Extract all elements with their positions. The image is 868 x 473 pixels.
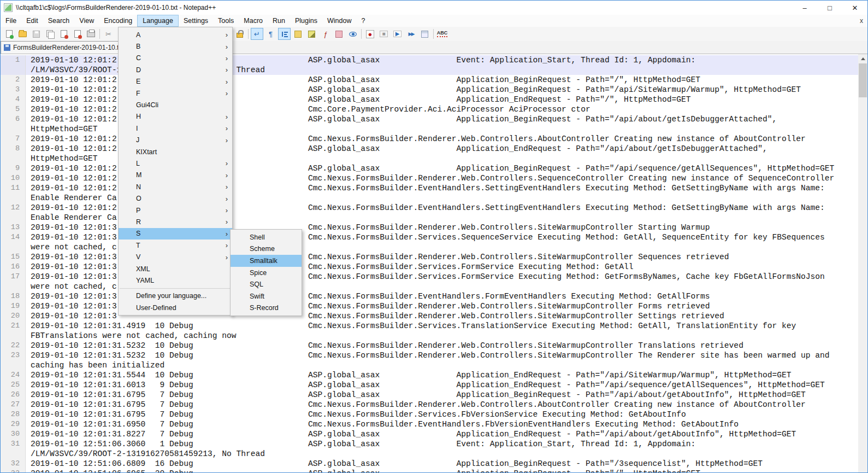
user-defined-dialog-button[interactable]: [292, 28, 304, 40]
log-text-segment: caching has been initialized: [31, 360, 164, 370]
language-menu-item-yaml[interactable]: YAML: [119, 275, 232, 286]
language-menu-item-s[interactable]: S›: [119, 228, 232, 240]
language-menu-item-f[interactable]: F›: [119, 87, 232, 99]
language-menu-item-v[interactable]: V›: [119, 251, 232, 262]
log-text-segment: 2019-01-10 12:01:3: [31, 223, 117, 232]
macro-playback-button[interactable]: ▶: [391, 28, 404, 40]
save-all-button[interactable]: [44, 28, 56, 40]
save-button[interactable]: [30, 28, 43, 40]
language-menu-item-p[interactable]: P›: [119, 205, 232, 216]
language-menu-item-m[interactable]: M›: [119, 170, 232, 181]
menu-item-label: A: [136, 31, 140, 39]
log-text-segment: 2019-01-10 12:01:31.6795 7 Debug: [31, 400, 193, 410]
menu-encoding[interactable]: Encoding: [99, 15, 137, 27]
language-menu-item-a[interactable]: A›: [119, 29, 232, 40]
submenu-item-scheme[interactable]: Scheme: [231, 243, 302, 255]
menu-item-label: Gui4Cli: [136, 101, 158, 109]
language-menu-item-b[interactable]: B›: [119, 40, 232, 52]
function-list-button[interactable]: ƒ: [319, 28, 332, 40]
menu-window[interactable]: Window: [322, 15, 356, 27]
language-menu-item-r[interactable]: R›: [119, 216, 232, 227]
folder-workspace-icon: [335, 31, 343, 38]
submenu-item-spice[interactable]: Spice: [231, 267, 302, 279]
menu-plugins[interactable]: Plugins: [290, 15, 322, 27]
language-menu-item-h[interactable]: H›: [119, 111, 232, 122]
folder-as-workspace-button[interactable]: [333, 28, 345, 40]
scroll-up-arrow-icon[interactable]: [858, 54, 867, 63]
close-all-button[interactable]: [71, 28, 84, 40]
language-menu-item-c[interactable]: C›: [119, 52, 232, 64]
new-file-button[interactable]: [3, 28, 15, 40]
menu-item-label: T: [136, 242, 140, 249]
line-number: 32: [1, 459, 26, 469]
line-number: 26: [1, 390, 26, 400]
language-menu-item-user-defined[interactable]: User-Defined: [119, 302, 232, 313]
menu-item-label: User-Defined: [136, 304, 176, 312]
menu-run[interactable]: Run: [268, 15, 290, 27]
menu-settings[interactable]: Settings: [179, 15, 213, 27]
macro-run-multiple-button[interactable]: ▶▶: [405, 28, 417, 40]
menu-item-label: F: [136, 90, 140, 97]
log-text-segment: ASP.global_asax: [308, 163, 380, 173]
log-text-segment: were not cached, c: [31, 282, 117, 291]
menu-item-label: P: [136, 207, 140, 214]
macro-record-button[interactable]: ●: [364, 28, 376, 40]
macro-stop-button[interactable]: ■: [377, 28, 390, 40]
log-text-segment: 2019-01-10 12:01:3: [31, 291, 117, 301]
log-text-segment: Cmc.Nexus.FormsBuilder.Renderer.Web.Cont…: [308, 301, 710, 311]
close-document-icon[interactable]: x: [855, 15, 867, 27]
language-menu-item-define-your-language-[interactable]: Define your language...: [119, 290, 232, 302]
menu-help[interactable]: ?: [356, 15, 370, 27]
word-wrap-button[interactable]: ↵: [251, 28, 263, 40]
language-menu-item-e[interactable]: E›: [119, 76, 232, 87]
open-file-button[interactable]: [16, 28, 29, 40]
show-all-characters-button[interactable]: ¶: [264, 28, 277, 40]
open-folder-icon: [19, 31, 27, 37]
submenu-item-s-record[interactable]: S-Record: [231, 302, 302, 314]
spell-check-button[interactable]: ABC: [436, 28, 448, 40]
language-menu-item-i[interactable]: I›: [119, 122, 232, 134]
line-number: 11: [1, 183, 26, 193]
menu-edit[interactable]: Edit: [21, 15, 43, 27]
submenu-item-smalltalk[interactable]: Smalltalk: [231, 255, 302, 267]
menu-item-label: J: [136, 136, 139, 144]
print-button[interactable]: [85, 28, 97, 40]
language-menu-item-xml[interactable]: XML: [119, 263, 232, 275]
close-file-button[interactable]: [57, 28, 70, 40]
document-map-button[interactable]: [305, 28, 318, 40]
show-indent-guide-button[interactable]: [278, 28, 291, 40]
close-button[interactable]: ✕: [842, 1, 867, 15]
menu-view[interactable]: View: [74, 15, 99, 27]
language-menu-item-j[interactable]: J›: [119, 135, 232, 146]
maximize-button[interactable]: □: [817, 1, 842, 15]
log-text-segment: Cmc.Nexus.FormsBuilder.EventHandlers.For…: [308, 291, 710, 301]
menu-macro[interactable]: Macro: [239, 15, 268, 27]
language-menu-item-n[interactable]: N›: [119, 181, 232, 192]
vertical-scrollbar[interactable]: [858, 54, 867, 472]
log-text-segment: Application_EndRequest - Path="/api/sequ…: [456, 380, 824, 390]
menu-file[interactable]: File: [1, 15, 21, 27]
language-menu-item-o[interactable]: O›: [119, 192, 232, 204]
log-text-segment: Application_BeginRequest - Path="/", Htt…: [456, 469, 700, 472]
language-menu-item-l[interactable]: L›: [119, 157, 232, 169]
menu-tools[interactable]: Tools: [213, 15, 239, 27]
submenu-item-swift[interactable]: Swift: [231, 290, 302, 302]
submenu-item-shell[interactable]: Shell: [231, 231, 302, 243]
tab-formsbuilderrenderer[interactable]: FormsBuilderRenderer-2019-01-10.txt ✕: [1, 41, 138, 54]
scrollbar-thumb[interactable]: [859, 63, 867, 97]
macro-save-button[interactable]: [418, 28, 431, 40]
language-menu-item-d[interactable]: D›: [119, 64, 232, 75]
log-text-segment: Cmc.Nexus.FormsBuilder.EventHandlers.FbV…: [308, 419, 739, 429]
monitoring-button[interactable]: [346, 28, 359, 40]
cut-button[interactable]: ✂: [102, 28, 115, 40]
line-number: [1, 331, 26, 341]
sync-scrolling-button[interactable]: [233, 28, 246, 40]
menu-language[interactable]: Language: [137, 15, 179, 27]
language-menu-item-t[interactable]: T›: [119, 240, 232, 251]
language-menu-item-kixtart[interactable]: KIXtart: [119, 146, 232, 157]
minimize-button[interactable]: –: [792, 1, 817, 15]
toolbar-separator: [361, 29, 362, 39]
submenu-item-sql[interactable]: SQL: [231, 278, 302, 290]
language-menu-item-gui4cli[interactable]: Gui4Cli: [119, 99, 232, 110]
menu-search[interactable]: Search: [43, 15, 75, 27]
